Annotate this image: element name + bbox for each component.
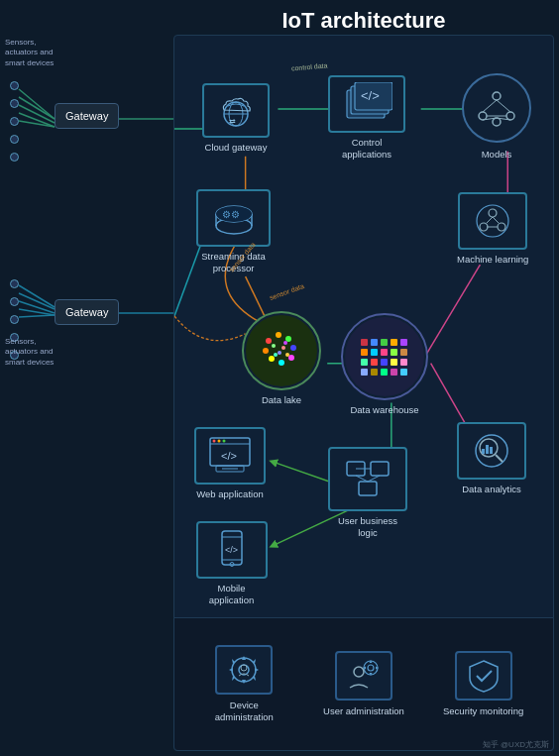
svg-point-92 bbox=[213, 440, 216, 443]
svg-point-69 bbox=[345, 317, 424, 396]
svg-rect-86 bbox=[371, 369, 378, 376]
machine-learning-node: Machine learning bbox=[457, 192, 528, 266]
svg-line-37 bbox=[497, 100, 510, 112]
svg-point-56 bbox=[276, 332, 281, 338]
svg-line-36 bbox=[483, 100, 497, 112]
svg-point-33 bbox=[479, 112, 487, 120]
svg-point-61 bbox=[269, 356, 275, 362]
svg-rect-83 bbox=[391, 359, 397, 366]
svg-line-113 bbox=[356, 476, 368, 482]
data-analytics-node: Data analytics bbox=[457, 422, 526, 495]
svg-point-34 bbox=[506, 112, 514, 120]
svg-point-60 bbox=[279, 360, 284, 366]
svg-point-117 bbox=[241, 665, 247, 671]
control-data-label: control data bbox=[291, 61, 328, 73]
svg-rect-79 bbox=[400, 349, 407, 356]
page-title: IoT architecture bbox=[173, 8, 554, 34]
svg-point-48 bbox=[489, 209, 497, 217]
user-business-logic-node: User business logic bbox=[328, 447, 407, 540]
svg-point-58 bbox=[290, 345, 296, 351]
svg-rect-110 bbox=[371, 462, 389, 476]
svg-rect-84 bbox=[400, 359, 407, 366]
svg-point-94 bbox=[223, 440, 226, 443]
sensor-data-label2: sensor data bbox=[269, 282, 305, 301]
web-app-node: </> Web application bbox=[194, 427, 266, 500]
svg-point-120 bbox=[354, 667, 364, 677]
svg-line-9 bbox=[19, 309, 55, 315]
svg-text:⇄: ⇄ bbox=[229, 117, 236, 126]
svg-line-52 bbox=[493, 217, 499, 223]
svg-line-51 bbox=[487, 217, 493, 223]
svg-rect-75 bbox=[361, 349, 368, 356]
control-apps-node: </> Control applications bbox=[328, 75, 405, 162]
svg-text:</>: </> bbox=[361, 88, 380, 103]
svg-rect-80 bbox=[361, 359, 368, 366]
svg-point-59 bbox=[288, 355, 294, 361]
svg-point-55 bbox=[266, 338, 272, 344]
svg-point-67 bbox=[274, 353, 278, 357]
svg-rect-101 bbox=[482, 449, 485, 454]
cloud-gateway-node: ⇄ Cloud gateway bbox=[202, 83, 270, 154]
svg-point-63 bbox=[272, 344, 276, 348]
svg-rect-71 bbox=[371, 339, 378, 346]
svg-text:</>: </> bbox=[221, 450, 237, 462]
svg-point-68 bbox=[283, 341, 287, 345]
watermark: 知乎 @UXD尤克斯 bbox=[483, 739, 549, 750]
svg-point-50 bbox=[498, 223, 505, 231]
svg-point-119 bbox=[368, 665, 374, 671]
svg-rect-72 bbox=[381, 339, 388, 346]
data-warehouse-node: Data warehouse bbox=[341, 313, 428, 416]
data-lake-node: Data lake bbox=[242, 311, 321, 406]
svg-line-4 bbox=[19, 121, 55, 127]
svg-rect-76 bbox=[371, 349, 378, 356]
svg-point-93 bbox=[218, 440, 221, 443]
svg-point-65 bbox=[278, 351, 281, 355]
svg-line-114 bbox=[368, 476, 380, 482]
svg-point-49 bbox=[480, 223, 488, 231]
svg-point-54 bbox=[246, 315, 317, 386]
svg-rect-81 bbox=[371, 359, 378, 366]
svg-text:⚙⚙: ⚙⚙ bbox=[222, 209, 240, 220]
svg-text:</>: </> bbox=[225, 545, 238, 555]
svg-rect-78 bbox=[391, 349, 397, 356]
svg-point-57 bbox=[285, 336, 291, 342]
svg-point-115 bbox=[232, 658, 256, 682]
svg-rect-82 bbox=[381, 359, 388, 366]
user-admin-node: User administration bbox=[319, 651, 408, 717]
svg-rect-73 bbox=[391, 339, 397, 346]
device-admin-node: Device administration bbox=[199, 645, 288, 724]
svg-rect-102 bbox=[486, 445, 489, 454]
svg-rect-88 bbox=[391, 369, 397, 376]
svg-point-35 bbox=[493, 118, 501, 126]
svg-point-47 bbox=[477, 205, 508, 237]
svg-rect-103 bbox=[490, 447, 493, 454]
svg-line-10 bbox=[19, 315, 55, 317]
svg-rect-77 bbox=[381, 349, 388, 356]
bottom-panel: Device administration User administratio… bbox=[173, 617, 554, 751]
mobile-app-node: </> Mobile application bbox=[194, 521, 269, 607]
svg-point-62 bbox=[263, 348, 269, 354]
svg-rect-74 bbox=[400, 339, 407, 346]
svg-rect-89 bbox=[400, 369, 407, 376]
security-monitoring-node: Security monitoring bbox=[439, 651, 528, 717]
models-node: Models bbox=[462, 73, 531, 161]
svg-rect-85 bbox=[361, 369, 368, 376]
svg-point-118 bbox=[364, 661, 378, 675]
svg-point-64 bbox=[281, 346, 285, 350]
svg-rect-111 bbox=[359, 482, 377, 495]
svg-rect-70 bbox=[361, 339, 368, 346]
svg-point-66 bbox=[285, 353, 289, 357]
svg-line-100 bbox=[496, 455, 503, 462]
svg-point-32 bbox=[493, 92, 501, 100]
svg-rect-87 bbox=[381, 369, 388, 376]
